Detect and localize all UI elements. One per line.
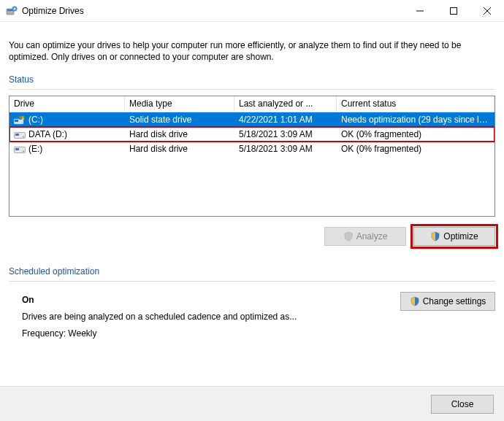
- drive-cell: (E:): [9, 144, 125, 154]
- status-cell: Needs optimization (29 days since last..…: [337, 115, 495, 125]
- col-header-status[interactable]: Current status: [337, 96, 495, 112]
- svg-rect-18: [15, 148, 19, 150]
- status-cell: OK (0% fragmented): [337, 129, 495, 139]
- close-button[interactable]: Close: [431, 395, 494, 414]
- drive-row[interactable]: (C:)Solid state drive4/22/2021 1:01 AMNe…: [9, 112, 495, 127]
- optimize-label: Optimize: [443, 231, 478, 242]
- svg-rect-12: [19, 118, 22, 120]
- col-header-drive[interactable]: Drive: [9, 96, 125, 112]
- optimize-button[interactable]: Optimize: [413, 227, 495, 246]
- drive-name: (E:): [28, 144, 42, 154]
- drive-icon: [14, 145, 26, 154]
- drive-icon: [14, 131, 26, 139]
- media-cell: Hard disk drive: [125, 129, 234, 139]
- drive-icon: [14, 116, 26, 125]
- window-title: Optimize Drives: [22, 6, 403, 16]
- analyze-label: Analyze: [356, 231, 388, 242]
- app-icon: [6, 5, 18, 17]
- svg-rect-8: [15, 120, 18, 122]
- col-header-last[interactable]: Last analyzed or ...: [234, 96, 337, 112]
- shield-icon: [410, 296, 420, 306]
- footer: Close: [0, 386, 504, 421]
- svg-point-19: [23, 151, 24, 152]
- change-settings-label: Change settings: [423, 296, 486, 306]
- svg-rect-11: [22, 116, 25, 118]
- drive-cell: (C:): [9, 115, 125, 125]
- svg-point-16: [23, 136, 24, 138]
- intro-text: You can optimize your drives to help you…: [9, 39, 495, 63]
- drives-header: Drive Media type Last analyzed or ... Cu…: [9, 96, 495, 112]
- titlebar: Optimize Drives: [0, 0, 504, 22]
- status-cell: OK (0% fragmented): [337, 144, 495, 154]
- svg-rect-10: [19, 116, 22, 118]
- shield-icon: [343, 231, 354, 242]
- last-analyzed-cell: 4/22/2021 1:01 AM: [234, 115, 337, 125]
- drive-name: DATA (D:): [28, 129, 67, 139]
- minimize-button[interactable]: [403, 0, 437, 22]
- svg-rect-15: [15, 134, 19, 136]
- close-label: Close: [451, 399, 474, 409]
- scheduled-state: On: [22, 292, 297, 309]
- drive-row[interactable]: DATA (D:)Hard disk drive5/18/2021 3:09 A…: [9, 127, 495, 142]
- divider: [9, 89, 495, 90]
- shield-icon: [430, 231, 440, 242]
- close-window-button[interactable]: [470, 0, 504, 22]
- svg-rect-4: [451, 7, 457, 14]
- scheduled-section-label: Scheduled optimization: [9, 266, 495, 277]
- scheduled-frequency: Frequency: Weekly: [22, 325, 297, 342]
- analyze-button: Analyze: [324, 227, 406, 246]
- drive-name: (C:): [28, 115, 43, 125]
- media-cell: Hard disk drive: [125, 144, 234, 154]
- last-analyzed-cell: 5/18/2021 3:09 AM: [234, 144, 337, 154]
- media-cell: Solid state drive: [125, 115, 234, 125]
- drives-list[interactable]: Drive Media type Last analyzed or ... Cu…: [9, 96, 495, 217]
- drive-row[interactable]: (E:)Hard disk drive5/18/2021 3:09 AMOK (…: [9, 142, 495, 156]
- col-header-media[interactable]: Media type: [125, 96, 234, 112]
- divider: [9, 281, 495, 282]
- scheduled-desc: Drives are being analyzed on a scheduled…: [22, 309, 297, 325]
- svg-rect-13: [22, 118, 25, 120]
- drive-cell: DATA (D:): [9, 129, 125, 139]
- last-analyzed-cell: 5/18/2021 3:09 AM: [234, 129, 337, 139]
- change-settings-button[interactable]: Change settings: [400, 292, 495, 311]
- status-section-label: Status: [9, 74, 495, 85]
- maximize-button[interactable]: [437, 0, 470, 22]
